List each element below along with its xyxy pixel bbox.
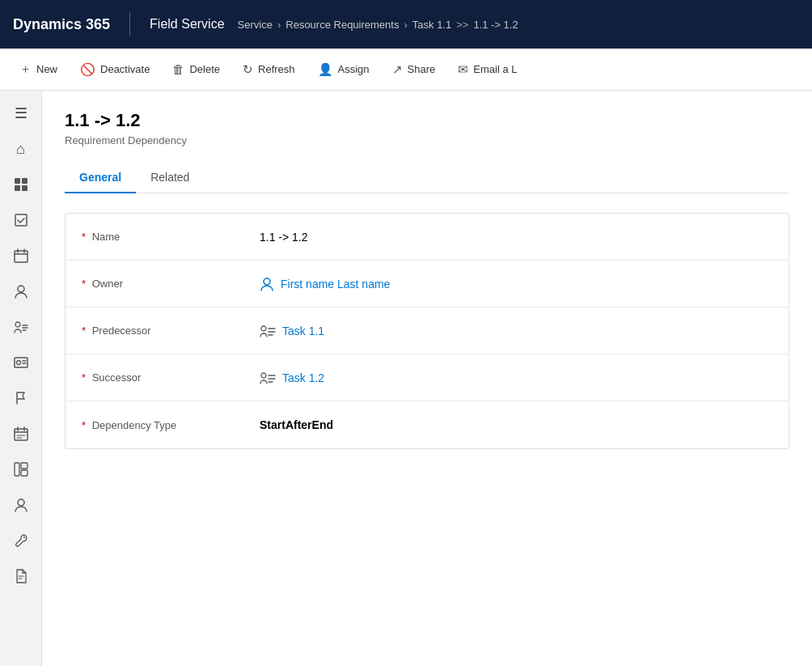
delete-button[interactable]: 🗑 Delete	[163, 57, 230, 81]
new-button[interactable]: ＋ New	[10, 57, 67, 82]
main-layout: ☰ ⌂	[0, 91, 812, 666]
breadcrumb-service[interactable]: Service	[238, 19, 273, 31]
svg-rect-4	[15, 214, 27, 226]
assign-icon: 👤	[318, 62, 333, 77]
svg-point-17	[261, 326, 266, 331]
tab-general[interactable]: General	[65, 163, 136, 193]
sidebar: ☰ ⌂	[0, 91, 42, 666]
successor-name[interactable]: Task 1.2	[282, 371, 324, 384]
tabs: General Related	[65, 163, 789, 193]
successor-list-icon	[260, 371, 276, 385]
share-icon: ↗	[392, 62, 403, 77]
svg-point-15	[23, 537, 25, 538]
svg-point-14	[18, 499, 24, 506]
owner-value[interactable]: First name Last name	[260, 277, 390, 291]
breadcrumb-resource-requirements[interactable]: Resource Requirements	[285, 19, 399, 31]
top-navigation: Dynamics 365 Field Service Service › Res…	[0, 0, 812, 49]
assign-button[interactable]: 👤 Assign	[308, 57, 379, 82]
predecessor-value[interactable]: Task 1.1	[260, 324, 324, 338]
wrench-icon[interactable]	[5, 524, 37, 557]
task-icon[interactable]	[5, 204, 37, 236]
successor-label: * Successor	[82, 371, 260, 384]
schedule-icon[interactable]	[5, 418, 37, 450]
form-row-dependency-type: * Dependency Type StartAfterEnd	[66, 401, 789, 448]
predecessor-label: * Predecessor	[82, 325, 260, 337]
user-settings-icon[interactable]	[5, 489, 37, 521]
predecessor-list-icon	[260, 324, 276, 338]
refresh-button[interactable]: ↻ Refresh	[233, 57, 305, 82]
record-title: 1.1 -> 1.2	[65, 110, 789, 131]
svg-point-6	[18, 286, 24, 292]
svg-point-9	[16, 361, 20, 365]
svg-rect-1	[22, 178, 27, 184]
hamburger-icon[interactable]: ☰	[5, 97, 37, 129]
form-row-successor: * Successor Task 1.2	[66, 354, 789, 401]
form-section: * Name 1.1 -> 1.2 * Owner First name Las…	[65, 213, 789, 449]
dependency-type-required-star: *	[82, 419, 86, 431]
svg-point-18	[261, 373, 266, 378]
owner-required-star: *	[82, 278, 86, 290]
map-flag-icon[interactable]	[5, 382, 37, 414]
record-header: 1.1 -> 1.2 Requirement Dependency	[65, 110, 789, 146]
id-card-icon[interactable]	[5, 346, 37, 379]
svg-rect-12	[21, 463, 27, 469]
email-icon: ✉	[458, 62, 468, 77]
form-row-predecessor: * Predecessor Task 1.1	[66, 308, 789, 354]
nav-brand-divider	[129, 12, 130, 36]
svg-rect-0	[15, 178, 20, 184]
home-icon[interactable]: ⌂	[5, 133, 37, 165]
grid-view-icon[interactable]	[5, 453, 37, 486]
refresh-icon: ↻	[243, 62, 253, 77]
svg-rect-11	[15, 463, 19, 476]
people-list-icon[interactable]	[5, 311, 37, 343]
delete-icon: 🗑	[172, 62, 184, 76]
field-service-label: Field Service	[150, 17, 224, 32]
dashboard-icon[interactable]	[5, 168, 37, 201]
predecessor-required-star: *	[82, 325, 86, 337]
svg-rect-5	[15, 251, 27, 262]
form-row-owner: * Owner First name Last name	[66, 261, 789, 308]
breadcrumb: Service › Resource Requirements › Task 1…	[238, 19, 518, 31]
successor-value[interactable]: Task 1.2	[260, 371, 324, 385]
svg-point-7	[15, 322, 20, 327]
predecessor-name[interactable]: Task 1.1	[282, 325, 324, 337]
svg-rect-13	[21, 470, 27, 476]
successor-required-star: *	[82, 371, 86, 384]
breadcrumb-task-1-1[interactable]: Task 1.1	[412, 19, 451, 31]
owner-label: * Owner	[82, 278, 260, 290]
svg-point-16	[264, 278, 270, 285]
svg-rect-3	[22, 185, 27, 191]
nav-brand: Dynamics 365 Field Service	[13, 12, 225, 36]
svg-rect-10	[15, 429, 27, 440]
name-required-star: *	[82, 231, 86, 243]
tab-related[interactable]: Related	[136, 163, 204, 193]
deactivate-button[interactable]: 🚫 Deactivate	[70, 57, 159, 82]
owner-name[interactable]: First name Last name	[281, 278, 390, 291]
deactivate-icon: 🚫	[80, 62, 95, 77]
owner-person-icon	[260, 277, 274, 291]
command-bar: ＋ New 🚫 Deactivate 🗑 Delete ↻ Refresh 👤 …	[0, 49, 812, 91]
name-field-value[interactable]: 1.1 -> 1.2	[260, 231, 308, 244]
breadcrumb-current: 1.1 -> 1.2	[473, 19, 518, 31]
name-label: * Name	[82, 231, 260, 243]
email-button[interactable]: ✉ Email a L	[448, 57, 527, 82]
dynamics-365-label: Dynamics 365	[13, 16, 110, 33]
dependency-type-value: StartAfterEnd	[260, 418, 333, 431]
calendar-icon[interactable]	[5, 240, 37, 272]
new-icon: ＋	[19, 62, 32, 77]
form-row-name: * Name 1.1 -> 1.2	[66, 214, 789, 261]
document-icon[interactable]	[5, 560, 37, 592]
record-subtitle: Requirement Dependency	[65, 134, 789, 146]
svg-rect-2	[15, 185, 20, 191]
share-button[interactable]: ↗ Share	[383, 57, 446, 82]
dependency-type-field-value[interactable]: StartAfterEnd	[260, 418, 333, 431]
dependency-type-label: * Dependency Type	[82, 419, 260, 431]
person-icon[interactable]	[5, 275, 37, 308]
name-value: 1.1 -> 1.2	[260, 231, 308, 244]
content-area: 1.1 -> 1.2 Requirement Dependency Genera…	[42, 91, 812, 666]
